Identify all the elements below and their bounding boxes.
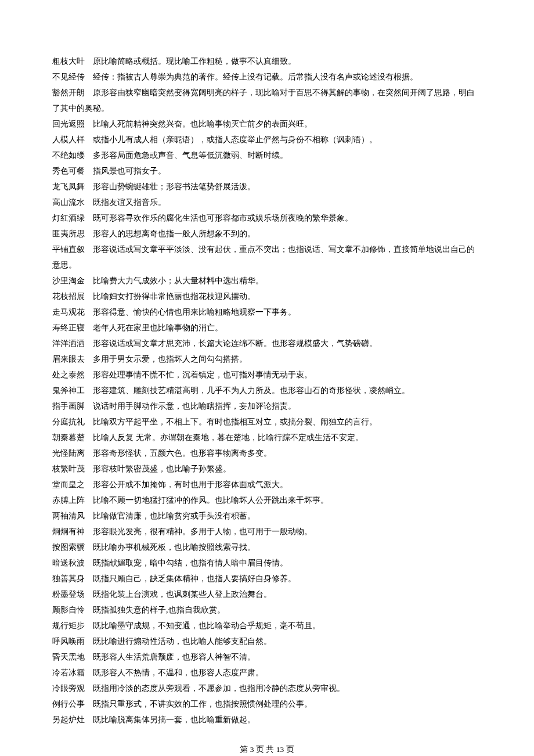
idiom-entry: 洋洋洒洒形容说话或写文章才思充沛，长篇大论连绵不断。也形容规模盛大，气势磅礴。 bbox=[52, 336, 482, 351]
idiom-term: 光怪陆离 bbox=[52, 449, 85, 458]
idiom-entry: 昏天黑地既形容人生活荒唐颓废，也形容人神智不清。 bbox=[52, 649, 482, 665]
idiom-definition: 形容得意、愉快的心情也用来比喻粗略地观察一下事务。 bbox=[93, 308, 296, 316]
footer-page-num: 3 bbox=[250, 745, 254, 754]
idiom-term: 洋洋洒洒 bbox=[52, 339, 85, 348]
idiom-definition: 比喻做官清廉，也比喻贫穷或手头没有积蓄。 bbox=[93, 512, 255, 520]
idiom-entry: 人模人样或指小儿有成人相（亲昵语），或指人态度举止俨然与身份不相称（讽刺语）。 bbox=[52, 132, 482, 147]
idiom-term: 灯红酒绿 bbox=[52, 214, 85, 222]
idiom-entry: 独善其身既指只顾自己，缺乏集体精神，也指人要搞好自身修养。 bbox=[52, 571, 482, 586]
idiom-entry: 眉来眼去多用于男女示爱，也指坏人之间勾勾搭搭。 bbox=[52, 351, 482, 367]
idiom-definition: 比喻人反复 无常。亦谓朝在秦地，暮在楚地，比喻行踪不定或生活不安定。 bbox=[93, 433, 363, 442]
idiom-term: 鬼斧神工 bbox=[52, 386, 85, 395]
idiom-entry: 花枝招展比喻妇女打扮得非常艳丽也指花枝迎风摆动。 bbox=[52, 289, 482, 304]
idiom-definition: 形容山势蜿蜒雄壮；形容书法笔势舒展活泼。 bbox=[93, 182, 255, 191]
footer-prefix: 第 bbox=[240, 745, 250, 754]
idiom-definition: 形容眼光发亮，很有精神。多用于人物，也可用于一般动物。 bbox=[93, 527, 312, 536]
idiom-definition: 形容说话或写文章才思充沛，长篇大论连绵不断。也形容规模盛大，气势磅礴。 bbox=[93, 339, 377, 348]
idiom-term: 匪夷所思 bbox=[52, 229, 85, 238]
idiom-entry: 不绝如缕多形容局面危急或声音、气息等低沉微弱、时断时续。 bbox=[52, 147, 482, 163]
idiom-term: 赤膊上阵 bbox=[52, 496, 85, 505]
idiom-definition: 原比喻简略或概括。现比喻工作粗糙，做事不认真细致。 bbox=[93, 57, 296, 66]
idiom-term: 回光返照 bbox=[52, 120, 85, 128]
idiom-definition: 比喻妇女打扮得非常艳丽也指花枝迎风摆动。 bbox=[93, 292, 255, 301]
idiom-entry: 粗枝大叶原比喻简略或概括。现比喻工作粗糙，做事不认真细致。 bbox=[52, 53, 482, 69]
idiom-term: 处之泰然 bbox=[52, 370, 85, 379]
idiom-definition: 比喻不顾一切地猛打猛冲的作风。也比喻坏人公开跳出来干坏事。 bbox=[93, 496, 329, 505]
footer-suffix: 页 bbox=[284, 745, 294, 754]
idiom-term: 规行矩步 bbox=[52, 621, 85, 630]
idiom-term: 冷眼旁观 bbox=[52, 684, 85, 693]
idiom-entry: 赤膊上阵比喻不顾一切地猛打猛冲的作风。也比喻坏人公开跳出来干坏事。 bbox=[52, 492, 482, 508]
idiom-term: 例行公事 bbox=[52, 700, 85, 708]
idiom-entry: 分庭抗礼比喻双方平起平坐，不相上下。有时也指相互对立，或搞分裂、闹独立的言行。 bbox=[52, 414, 482, 430]
idiom-entry: 炯炯有神形容眼光发亮，很有精神。多用于人物，也可用于一般动物。 bbox=[52, 524, 482, 539]
idiom-entry: 呼风唤雨既比喻进行煽动性活动，也比喻人能够支配自然。 bbox=[52, 633, 482, 649]
idiom-entry: 不见经传经传：指被古人尊崇为典范的著作。经传上没有记载。后常指人没有名声或论述没… bbox=[52, 69, 482, 85]
idiom-definition: 既比喻墨守成规，不知变通，也比喻举动合乎规矩，毫不苟且。 bbox=[93, 621, 320, 630]
page-footer: 第 3 页 共 13 页 bbox=[52, 741, 482, 756]
idiom-term: 高山流水 bbox=[52, 198, 85, 207]
idiom-term: 平铺直叙 bbox=[52, 245, 85, 254]
idiom-entry: 顾影自怜既指孤独失意的样子,也指自我欣赏。 bbox=[52, 602, 482, 618]
idiom-definition: 说话时用手脚动作示意，也比喻瞎指挥，妄加评论指责。 bbox=[93, 402, 296, 411]
idiom-entry: 两袖清风比喻做官清廉，也比喻贫穷或手头没有积蓄。 bbox=[52, 508, 482, 524]
idiom-entry: 冷眼旁观既指用冷淡的态度从旁观看，不愿参加，也指用冷静的态度从旁审视。 bbox=[52, 681, 482, 696]
footer-middle: 页 共 bbox=[254, 745, 276, 754]
idiom-term: 朝秦暮楚 bbox=[52, 433, 85, 442]
idiom-definition: 形容处理事情不慌不忙，沉着镇定，也可指对事情无动于衷。 bbox=[93, 370, 312, 379]
idiom-entry: 平铺直叙形容说话或写文章平平淡淡、没有起伏，重点不突出；也指说话、写文章不加修饰… bbox=[52, 242, 482, 273]
idiom-definition: 形容建筑、雕刻技艺精湛高明，几乎不为人力所及。也形容山石的奇形怪状，凌然峭立。 bbox=[93, 386, 410, 395]
idiom-term: 顾影自怜 bbox=[52, 606, 85, 614]
idiom-definition: 多形容局面危急或声音、气息等低沉微弱、时断时续。 bbox=[93, 151, 288, 160]
idiom-entry: 灯红酒绿既可形容寻欢作乐的腐化生活也可形容都市或娱乐场所夜晚的繁华景象。 bbox=[52, 210, 482, 226]
idiom-definition: 形容枝叶繁密茂盛，也比喻子孙繁盛。 bbox=[93, 465, 231, 473]
idiom-term: 分庭抗礼 bbox=[52, 417, 85, 426]
idiom-entry: 堂而皇之形容公开或不加掩饰，有时也用于形容体面或气派大。 bbox=[52, 477, 482, 492]
idiom-definition: 既比喻办事机械死板，也比喻按照线索寻找。 bbox=[93, 543, 255, 552]
idiom-entry: 粉墨登场既指化装上台演戏，也讽刺某些人登上政治舞台。 bbox=[52, 586, 482, 602]
idiom-term: 寿终正寝 bbox=[52, 323, 85, 332]
idiom-entry: 回光返照比喻人死前精神突然兴奋。也比喻事物灭亡前夕的表面兴旺。 bbox=[52, 116, 482, 132]
idiom-term: 龙飞凤舞 bbox=[52, 182, 85, 191]
idiom-term: 冷若冰霜 bbox=[52, 668, 85, 677]
idiom-definition: 既形容人生活荒唐颓废，也形容人神智不清。 bbox=[93, 653, 255, 661]
idiom-definition: 既指化装上台演戏，也讽刺某些人登上政治舞台。 bbox=[93, 590, 272, 599]
idiom-term: 花枝招展 bbox=[52, 292, 85, 301]
idiom-entry: 豁然开朗原形容由狭窄幽暗突然变得宽阔明亮的样子，现比喻对于百思不得其解的事物，在… bbox=[52, 85, 482, 116]
idiom-definition: 既指只顾自己，缺乏集体精神，也指人要搞好自身修养。 bbox=[93, 574, 296, 583]
idiom-definition: 既比喻进行煽动性活动，也比喻人能够支配自然。 bbox=[93, 637, 272, 646]
idiom-definition: 既形容人不热情，不温和，也形容人态度严肃。 bbox=[93, 668, 264, 677]
idiom-term: 秀色可餐 bbox=[52, 167, 85, 175]
idiom-entry: 高山流水既指友谊又指音乐。 bbox=[52, 195, 482, 210]
idiom-entry: 光怪陆离形容奇形怪状，五颜六色。也形容事物离奇多变。 bbox=[52, 445, 482, 461]
idiom-term: 呼风唤雨 bbox=[52, 637, 85, 646]
idiom-definition: 既指友谊又指音乐。 bbox=[93, 198, 166, 207]
idiom-entry: 秀色可餐指风景也可指女子。 bbox=[52, 163, 482, 179]
idiom-entry: 规行矩步既比喻墨守成规，不知变通，也比喻举动合乎规矩，毫不苟且。 bbox=[52, 618, 482, 633]
idiom-entry: 匪夷所思形容人的思想离奇也指一般人所想象不到的。 bbox=[52, 226, 482, 242]
idiom-definition: 既指只重形式，不讲实效的工作，也指按照惯例处理的公事。 bbox=[93, 700, 312, 708]
idiom-entry: 冷若冰霜既形容人不热情，不温和，也形容人态度严肃。 bbox=[52, 665, 482, 681]
idiom-term: 两袖清风 bbox=[52, 512, 85, 520]
idiom-term: 独善其身 bbox=[52, 574, 85, 583]
idiom-term: 枝繁叶茂 bbox=[52, 465, 85, 473]
idiom-definition-list: 粗枝大叶原比喻简略或概括。现比喻工作粗糙，做事不认真细致。不见经传经传：指被古人… bbox=[52, 53, 482, 728]
idiom-entry: 龙飞凤舞形容山势蜿蜒雄壮；形容书法笔势舒展活泼。 bbox=[52, 179, 482, 195]
idiom-definition: 比喻双方平起平坐，不相上下。有时也指相互对立，或搞分裂、闹独立的言行。 bbox=[93, 417, 377, 426]
idiom-entry: 例行公事既指只重形式，不讲实效的工作，也指按照惯例处理的公事。 bbox=[52, 696, 482, 712]
idiom-definition: 形容奇形怪状，五颜六色。也形容事物离奇多变。 bbox=[93, 449, 272, 458]
idiom-term: 人模人样 bbox=[52, 135, 85, 144]
idiom-definition: 既可形容寻欢作乐的腐化生活也可形容都市或娱乐场所夜晚的繁华景象。 bbox=[93, 214, 353, 222]
idiom-entry: 处之泰然形容处理事情不慌不忙，沉着镇定，也可指对事情无动于衷。 bbox=[52, 367, 482, 383]
idiom-entry: 沙里淘金比喻费大力气成效小；从大量材料中选出精华。 bbox=[52, 273, 482, 289]
idiom-term: 按图索骥 bbox=[52, 543, 85, 552]
idiom-term: 粉墨登场 bbox=[52, 590, 85, 599]
idiom-entry: 按图索骥既比喻办事机械死板，也比喻按照线索寻找。 bbox=[52, 539, 482, 555]
idiom-definition: 原形容由狭窄幽暗突然变得宽阔明亮的样子，现比喻对于百思不得其解的事物，在突然间开… bbox=[52, 88, 475, 113]
idiom-entry: 枝繁叶茂形容枝叶繁密茂盛，也比喻子孙繁盛。 bbox=[52, 461, 482, 477]
idiom-term: 堂而皇之 bbox=[52, 480, 85, 489]
document-page: 粗枝大叶原比喻简略或概括。现比喻工作粗糙，做事不认真细致。不见经传经传：指被古人… bbox=[0, 0, 534, 756]
idiom-entry: 走马观花形容得意、愉快的心情也用来比喻粗略地观察一下事务。 bbox=[52, 304, 482, 320]
idiom-definition: 或指小儿有成人相（亲昵语），或指人态度举止俨然与身份不相称（讽刺语）。 bbox=[93, 135, 377, 144]
idiom-definition: 既指用冷淡的态度从旁观看，不愿参加，也指用冷静的态度从旁审视。 bbox=[93, 684, 345, 693]
